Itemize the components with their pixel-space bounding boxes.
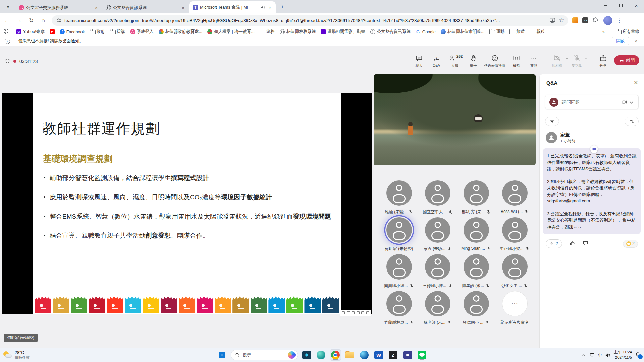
tab-search-chevron-icon[interactable]: ▾	[3, 2, 13, 12]
camera-button-disabled[interactable]: 照相機	[549, 54, 565, 68]
taskbar-app-word[interactable]: W	[373, 349, 384, 361]
bookmark-school-system[interactable]: 花蓮縣校務系統	[280, 29, 316, 35]
tab-doc-info-system[interactable]: 公文整合資訊系統 ×	[102, 2, 189, 13]
bookmark-system-login[interactable]: 系統登入	[130, 29, 154, 35]
chat-button[interactable]: 聊天	[410, 54, 428, 70]
ask-options[interactable]	[622, 99, 634, 105]
participant-tile[interactable]: 家萱 (未驗...	[418, 217, 457, 254]
bookmark-facebook[interactable]: fFacebook	[60, 29, 85, 34]
participant-tile[interactable]: 三條國小陳...	[418, 254, 457, 291]
participant-tile[interactable]: 郁斌 方 (未...	[457, 180, 495, 217]
profile-avatar[interactable]	[603, 16, 612, 25]
home-icon[interactable]: ⌂	[38, 15, 48, 25]
show-all-participants-tile[interactable]: ⋯顯示所有與會者	[495, 291, 534, 328]
upvote-button[interactable]: 2	[546, 239, 562, 248]
forward-icon[interactable]: →	[14, 15, 24, 25]
send-reaction-button[interactable]: 傳送表情符號	[482, 54, 507, 70]
view-button[interactable]: 檢視	[507, 54, 525, 70]
taskbar-app-teal[interactable]	[315, 349, 327, 361]
question-more-icon[interactable]: ⋯	[633, 132, 638, 137]
participant-tile[interactable]: 興仁國小 ...	[457, 291, 495, 328]
maximize-button[interactable]	[613, 0, 629, 11]
apps-grid-icon[interactable]	[4, 29, 9, 34]
bookmark-folder-travel[interactable]: 旅遊	[509, 29, 525, 35]
all-bookmarks-button[interactable]: 所有書籤	[616, 29, 639, 35]
notification-bell[interactable]	[635, 352, 641, 358]
bookmark-folder-general[interactable]: 總務	[260, 29, 275, 35]
tab-close-icon[interactable]: ×	[93, 5, 99, 11]
participant-tile[interactable]: Bess Wu (...	[495, 180, 534, 217]
sort-button[interactable]	[625, 117, 639, 126]
shared-screen-stage[interactable]: 教師社群運作規劃 基礎環境調查規劃 •輔助部分智慧化監測設備，結合課程讓學生撰寫…	[2, 93, 372, 314]
qa-button[interactable]: ? Q&A	[428, 54, 445, 69]
bookmark-mingyi[interactable]: 花蓮縣花蓮市明義...	[441, 29, 484, 35]
taskbar-app-dark[interactable]: Z	[387, 349, 399, 361]
people-button[interactable]: 262 人員	[445, 54, 465, 70]
tab-close-icon[interactable]: ×	[180, 5, 186, 11]
tab-audio-icon[interactable]	[261, 5, 266, 9]
weather-widget[interactable]: 28°C 晴時多雲	[3, 350, 30, 360]
share-button[interactable]: 分享	[595, 54, 611, 70]
display-icon[interactable]	[590, 353, 595, 358]
taskbar-app-edge[interactable]	[359, 349, 370, 361]
hidden-icons-chevron-icon[interactable]	[581, 353, 586, 358]
back-icon[interactable]: ←	[2, 15, 12, 25]
close-button[interactable]: ×	[629, 0, 644, 11]
bookmarks-overflow-chevron[interactable]: »	[602, 29, 605, 34]
bookmark-folder-gov[interactable]: 政府	[90, 29, 105, 35]
bookmark-folder-tax[interactable]: 報稅	[530, 29, 545, 35]
shield-icon[interactable]	[5, 58, 10, 64]
bookmark-google[interactable]: GGoogle	[416, 29, 436, 34]
enable-notifications-button[interactable]: 開啟	[612, 37, 629, 45]
bookmark-hualien-edu[interactable]: 花蓮縣政府教育處...	[159, 29, 202, 35]
participant-tile[interactable]: Ming Shan ...	[457, 217, 495, 254]
new-tab-button[interactable]: +	[278, 2, 287, 12]
extension-robot-icon[interactable]	[582, 17, 588, 23]
start-button[interactable]	[216, 349, 228, 361]
site-settings-icon[interactable]	[56, 18, 62, 23]
participant-tile[interactable]: 中正國小梁...	[495, 217, 534, 254]
tab-close-icon[interactable]: ×	[267, 4, 273, 10]
taskbar-app-file-explorer[interactable]	[344, 349, 356, 361]
tab-teams-meeting-active[interactable]: T Microsoft Teams 會議 | Mi ×	[189, 1, 276, 13]
bookmark-sports-media[interactable]: 運動相關電影、動畫	[321, 29, 365, 35]
minimize-button[interactable]	[598, 0, 613, 11]
tab-doc-exchange[interactable]: 公文電子交換服務系統 ×	[15, 2, 102, 13]
taskbar-app-line[interactable]	[416, 349, 428, 361]
raise-hand-button[interactable]: 舉手	[465, 54, 482, 70]
more-button[interactable]: 其他	[525, 54, 542, 70]
qa-close-icon[interactable]: ✕	[634, 80, 638, 86]
participant-tile[interactable]: 雅涵 (未驗...	[380, 180, 418, 217]
taskbar-app-widgets[interactable]	[301, 349, 312, 361]
address-bar[interactable]: teams.microsoft.com/v2/?meetingjoin=true…	[52, 15, 568, 26]
bookmark-folder-sports[interactable]: 運動	[489, 29, 504, 35]
like-button[interactable]	[570, 240, 575, 247]
mic-options-chevron-icon[interactable]	[584, 56, 588, 60]
url-text[interactable]: teams.microsoft.com/v2/?meetingjoin=true…	[64, 18, 546, 23]
bookmark-yahoo[interactable]: y!Yahoo!奇摩	[16, 29, 45, 35]
camera-options-chevron-icon[interactable]	[565, 56, 569, 60]
reply-indicator-badge[interactable]	[590, 145, 598, 153]
mic-button-disabled[interactable]: 麥克風	[569, 54, 584, 68]
browser-menu-icon[interactable]: ⋮	[616, 17, 622, 24]
extension-icon[interactable]	[572, 17, 578, 23]
spotlight-video-tile[interactable]	[374, 74, 536, 165]
participant-tile[interactable]: 宜蘭縣林惠...	[380, 291, 418, 328]
leave-button[interactable]: 離開	[614, 55, 639, 65]
taskbar-clock[interactable]: 上午 11:24 2024/11/5	[614, 350, 632, 360]
ime-indicator[interactable]: 中	[598, 352, 602, 358]
taskbar-app-indigo[interactable]	[402, 349, 413, 361]
ask-question-input[interactable]: 詢問問題	[545, 95, 639, 109]
taskbar-app-chrome-active[interactable]	[330, 349, 341, 361]
install-app-icon[interactable]	[549, 17, 555, 23]
participant-tile[interactable]: 南興國小總...	[380, 254, 418, 291]
bookmark-junyi-profile[interactable]: 個人檔案 | 均一教育...	[207, 29, 255, 35]
dismiss-notification-icon[interactable]: ×	[634, 38, 637, 44]
bookmark-folder-procurement[interactable]: 採購	[110, 29, 125, 35]
bookmark-youtube[interactable]	[50, 29, 55, 34]
volume-icon[interactable]	[605, 353, 610, 358]
participant-tile[interactable]: 國立空中大...	[418, 180, 457, 217]
reload-icon[interactable]: ↻	[26, 15, 36, 25]
bookmark-doc-info[interactable]: 公文整合資訊系統	[370, 29, 411, 35]
participant-tile-speaking[interactable]: 何昕家 (未驗證)	[380, 217, 418, 254]
